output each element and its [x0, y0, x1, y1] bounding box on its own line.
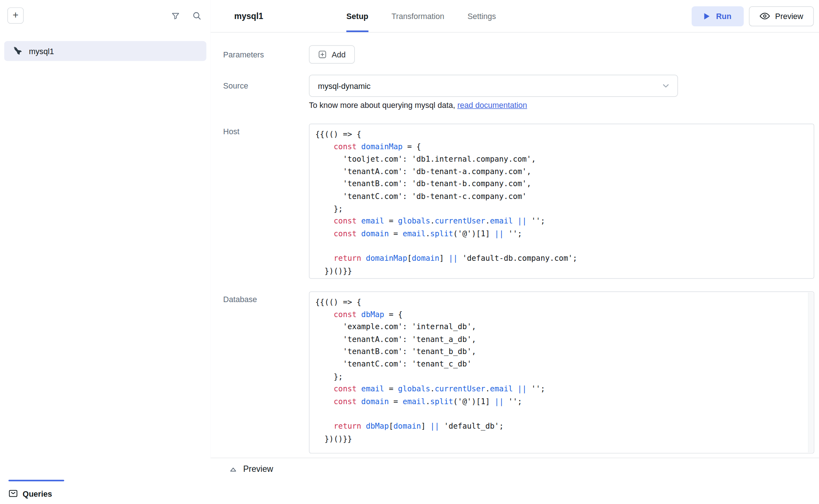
eye-icon	[759, 12, 770, 20]
source-select[interactable]: mysql-dynamic	[309, 75, 678, 97]
tab-settings[interactable]: Settings	[467, 0, 496, 32]
add-parameter-label: Add	[332, 50, 345, 59]
app-window: + mysql1 Queries mysql1	[0, 0, 819, 504]
queries-bottom-tab[interactable]: Queries	[8, 489, 52, 498]
read-documentation-link[interactable]: read documentation	[457, 101, 527, 109]
query-title: mysql1	[234, 11, 263, 21]
run-button-label: Run	[716, 12, 732, 20]
preview-button-label: Preview	[775, 12, 803, 20]
tab-transformation[interactable]: Transformation	[392, 0, 444, 32]
query-editor-panel: mysql1 Setup Transformation Settings Run	[210, 0, 819, 504]
parameters-label: Parameters	[223, 45, 309, 64]
query-list-item-mysql1[interactable]: mysql1	[4, 41, 206, 61]
host-label: Host	[223, 124, 309, 279]
query-editor-header: mysql1 Setup Transformation Settings Run	[210, 0, 819, 33]
chevron-down-icon	[662, 82, 670, 90]
add-query-button[interactable]: +	[7, 7, 24, 24]
filter-icon[interactable]	[171, 11, 180, 20]
triangle-up-icon	[230, 467, 236, 471]
host-code-editor[interactable]: {{(() => { const domainMap = { 'tooljet.…	[309, 124, 814, 279]
mysql-icon	[12, 46, 23, 56]
add-parameter-button[interactable]: Add	[309, 45, 355, 64]
source-help-row: To know more about querying mysql data, …	[210, 101, 819, 109]
setup-form: Parameters Add Source mysql-dynamic	[210, 45, 819, 454]
database-code-editor[interactable]: {{(() => { const dbMap = { 'example.com'…	[309, 292, 814, 454]
source-select-value: mysql-dynamic	[318, 81, 371, 90]
source-help-text: To know more about querying mysql data,	[309, 101, 457, 109]
preview-button[interactable]: Preview	[749, 6, 814, 26]
queries-icon	[8, 489, 18, 498]
scrollbar[interactable]	[808, 293, 813, 452]
database-label: Database	[223, 292, 309, 454]
queries-tab-label: Queries	[23, 489, 52, 498]
search-icon[interactable]	[192, 11, 202, 20]
header-actions: Run Preview	[692, 6, 814, 26]
query-item-label: mysql1	[29, 46, 54, 55]
queries-tab-active-indicator	[8, 480, 64, 481]
preview-panel: Preview	[210, 458, 819, 504]
sidebar-toolbar	[171, 11, 201, 20]
source-label: Source	[223, 75, 309, 97]
editor-tabs: Setup Transformation Settings	[347, 0, 496, 32]
play-icon	[704, 12, 710, 20]
tab-setup[interactable]: Setup	[347, 0, 369, 32]
run-button[interactable]: Run	[692, 6, 744, 26]
preview-section-label: Preview	[243, 464, 273, 474]
plus-square-icon	[318, 50, 327, 59]
preview-section-toggle[interactable]: Preview	[210, 458, 273, 474]
queries-sidebar: + mysql1 Queries	[0, 0, 211, 504]
